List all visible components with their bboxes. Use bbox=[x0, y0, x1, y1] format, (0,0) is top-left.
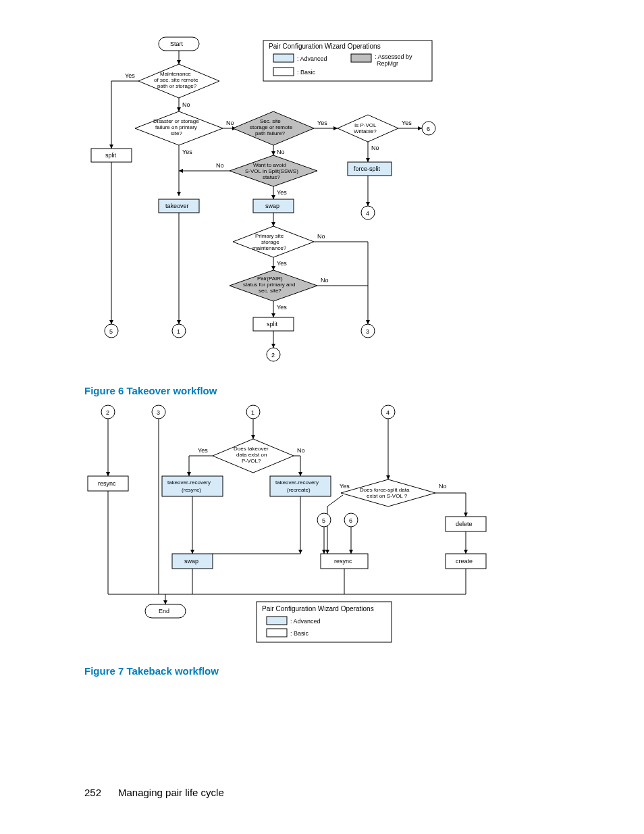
node-pvol: Is P-VOL Writable? bbox=[338, 115, 398, 142]
svg-text:3: 3 bbox=[157, 409, 160, 416]
legend-title: Pair Configuration Wizard Operations bbox=[269, 43, 381, 50]
connector-4: 4 bbox=[361, 206, 375, 219]
node-tr-resync: takeover-recovery (resync) bbox=[162, 476, 223, 496]
svg-text:Start: Start bbox=[170, 41, 184, 47]
connector-6: 6 bbox=[422, 122, 435, 135]
svg-text:of sec. site remote: of sec. site remote bbox=[154, 77, 198, 83]
node-primary-maint: Primary site storage maintenance? bbox=[233, 226, 314, 257]
svg-text:1: 1 bbox=[251, 409, 254, 416]
svg-text:split: split bbox=[105, 152, 117, 159]
svg-rect-2 bbox=[351, 54, 371, 62]
node-secsite: Sec. site storage or remote path failure… bbox=[233, 111, 314, 145]
node-maintenance: Maintenance of sec. site remote path or … bbox=[138, 64, 219, 98]
svg-text:takeover-recovery: takeover-recovery bbox=[275, 479, 319, 486]
page-number: 252 bbox=[84, 787, 101, 798]
svg-text:resync: resync bbox=[98, 480, 116, 487]
node-tr-recreate: takeover-recovery (recreate) bbox=[270, 476, 331, 496]
legend-assessed-l1: : Assessed by bbox=[375, 53, 412, 60]
connector-2b: 2 bbox=[101, 405, 115, 419]
svg-text:S-VOL in Split(SSWS): S-VOL in Split(SSWS) bbox=[245, 168, 298, 174]
svg-text:delete: delete bbox=[456, 521, 473, 527]
svg-text:storage or remote: storage or remote bbox=[250, 124, 293, 130]
svg-text:4: 4 bbox=[366, 210, 369, 217]
connector-3: 3 bbox=[361, 324, 375, 338]
connector-6b: 6 bbox=[344, 513, 358, 527]
svg-text:swap: swap bbox=[265, 203, 279, 209]
svg-text:: Advanced: : Advanced bbox=[290, 618, 321, 625]
svg-text:Does force-split data: Does force-split data bbox=[360, 487, 410, 493]
svg-text:6: 6 bbox=[427, 126, 430, 132]
svg-text:5: 5 bbox=[109, 328, 113, 335]
connector-1: 1 bbox=[172, 324, 186, 338]
svg-text:status?: status? bbox=[263, 174, 280, 180]
svg-text:2: 2 bbox=[106, 409, 109, 416]
legend-box: Pair Configuration Wizard Operations : A… bbox=[263, 41, 432, 81]
svg-text:Yes: Yes bbox=[402, 120, 412, 126]
svg-text:Yes: Yes bbox=[317, 120, 327, 126]
connector-5b: 5 bbox=[317, 513, 331, 527]
svg-text:Disaster or storage: Disaster or storage bbox=[153, 118, 199, 124]
figure6-svg: Pair Configuration Wizard Operations : A… bbox=[81, 34, 459, 385]
svg-text:site?: site? bbox=[171, 130, 182, 136]
svg-text:Pair Configuration Wizard Oper: Pair Configuration Wizard Operations bbox=[262, 605, 374, 613]
node-start: Start bbox=[159, 37, 199, 51]
node-swap-b: swap bbox=[172, 554, 213, 569]
svg-text:exist on S-VOL ?: exist on S-VOL ? bbox=[367, 493, 408, 499]
svg-text:failure on primary: failure on primary bbox=[155, 124, 197, 130]
svg-text:status for primary and: status for primary and bbox=[243, 282, 295, 288]
node-create: create bbox=[446, 554, 486, 569]
connector-3b: 3 bbox=[152, 405, 165, 419]
footer-title: Managing pair life cycle bbox=[118, 787, 224, 798]
connector-4b: 4 bbox=[381, 405, 395, 419]
svg-text:Maintenance: Maintenance bbox=[160, 71, 191, 77]
node-resync1: resync bbox=[88, 476, 128, 491]
connector-5: 5 bbox=[105, 324, 118, 338]
svg-text:Yes: Yes bbox=[182, 149, 192, 155]
svg-text:(resync): (resync) bbox=[182, 487, 201, 493]
svg-text:5: 5 bbox=[322, 517, 325, 524]
svg-text:Sec. site: Sec. site bbox=[260, 118, 281, 124]
node-force-split: force-split bbox=[348, 162, 392, 176]
svg-text:resync: resync bbox=[334, 558, 352, 565]
legend-advanced: : Advanced bbox=[297, 55, 327, 62]
legend-basic: : Basic bbox=[297, 69, 316, 76]
svg-text:No: No bbox=[297, 447, 305, 454]
edge-no: No bbox=[182, 101, 190, 108]
svg-text:No: No bbox=[226, 120, 234, 126]
node-forcesplit-data: Does force-split data exist on S-VOL ? bbox=[341, 479, 435, 506]
svg-rect-156 bbox=[267, 617, 287, 625]
svg-text:P-VOL?: P-VOL? bbox=[242, 458, 261, 464]
svg-text:4: 4 bbox=[386, 409, 390, 416]
svg-text:data exist on: data exist on bbox=[236, 452, 267, 458]
svg-line-126 bbox=[327, 495, 343, 506]
connector-1b: 1 bbox=[246, 405, 260, 419]
svg-text:force-split: force-split bbox=[354, 165, 381, 172]
svg-text:No: No bbox=[216, 162, 224, 169]
figure6-caption: Figure 6 Takeover workflow bbox=[84, 385, 217, 396]
svg-text:path failure?: path failure? bbox=[255, 130, 286, 136]
svg-text:maintenance?: maintenance? bbox=[252, 245, 287, 251]
svg-text:No: No bbox=[439, 483, 447, 490]
svg-text:swap: swap bbox=[184, 558, 198, 565]
svg-text:(recreate): (recreate) bbox=[287, 487, 311, 493]
svg-text:Does takeover: Does takeover bbox=[234, 446, 269, 452]
svg-text:create: create bbox=[456, 558, 473, 565]
svg-text:No: No bbox=[321, 277, 329, 284]
svg-text:storage: storage bbox=[261, 239, 279, 245]
svg-text:No: No bbox=[317, 233, 325, 240]
page: Pair Configuration Wizard Operations : A… bbox=[0, 0, 644, 834]
legend-box-b: Pair Configuration Wizard Operations : A… bbox=[257, 602, 392, 642]
figure7-svg: 2 3 1 4 Does takeover data exist on P-VO… bbox=[84, 402, 496, 665]
node-takeover: takeover bbox=[159, 199, 199, 213]
svg-text:Yes: Yes bbox=[340, 483, 350, 490]
svg-text:3: 3 bbox=[366, 328, 369, 335]
connector-2: 2 bbox=[267, 348, 280, 361]
edge-yes: Yes bbox=[125, 72, 135, 79]
svg-text:No: No bbox=[371, 145, 379, 151]
svg-text:takeover: takeover bbox=[165, 203, 189, 209]
node-takeover-data: Does takeover data exist on P-VOL? bbox=[213, 439, 294, 473]
svg-text:Writable?: Writable? bbox=[354, 128, 377, 134]
svg-text:1: 1 bbox=[177, 328, 180, 335]
node-avoid-svol: Want to avoid S-VOL in Split(SSWS) statu… bbox=[230, 155, 317, 186]
svg-text:split: split bbox=[267, 321, 278, 328]
